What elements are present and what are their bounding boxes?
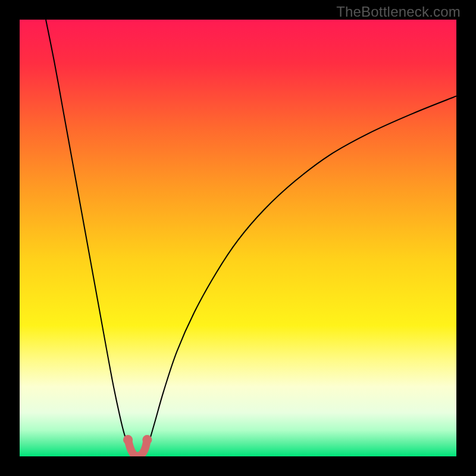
bottleneck-curve-left [46, 20, 132, 454]
plot-area [20, 20, 456, 456]
bottleneck-curve-right [143, 96, 456, 454]
optimal-endpoint-marker [142, 435, 152, 444]
chart-frame: TheBottleneck.com [0, 0, 476, 476]
curve-layer [20, 20, 456, 456]
watermark-text: TheBottleneck.com [336, 4, 461, 20]
optimal-endpoint-marker [123, 435, 133, 444]
